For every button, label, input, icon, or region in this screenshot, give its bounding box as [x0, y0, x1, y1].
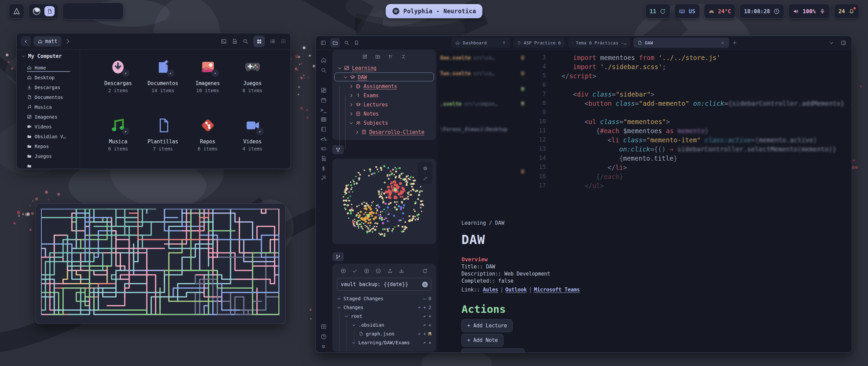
folder-musica[interactable]: Musica6 items [96, 117, 141, 175]
chevron-down-icon[interactable] [349, 120, 354, 126]
right-sidebar-toggle-icon[interactable] [841, 40, 846, 46]
file-search-ribbon-icon[interactable] [320, 155, 327, 162]
graph-panel-tab[interactable] [332, 145, 344, 154]
sidebar-item-videos[interactable]: Videos [27, 122, 70, 131]
folder-imagenes[interactable]: Imagenes10 items [185, 59, 230, 117]
calendar-ribbon-icon[interactable] [320, 97, 327, 103]
dollar-ribbon-icon[interactable]: $ [322, 165, 325, 171]
note-link-microsoft-teams[interactable]: Microsoft Teams [534, 287, 580, 293]
folder-videos[interactable]: Videos4 items [230, 117, 275, 175]
book-ribbon-icon[interactable] [320, 126, 327, 133]
stage-icon[interactable]: + [429, 322, 431, 328]
unstage-icon[interactable]: — [423, 296, 426, 301]
editor-pane[interactable]: One.sveltesrc\co…UTwo.sveltesrc\co…UM.sv… [438, 49, 852, 352]
plus-circle-icon[interactable] [364, 268, 370, 274]
close-tab-icon[interactable] [721, 41, 725, 45]
sidebar-item-repos[interactable]: Repos [27, 141, 70, 151]
codepct-ribbon-icon[interactable]: <% [320, 136, 327, 142]
note-link-outlook[interactable]: Outlook [505, 287, 527, 293]
list-icon[interactable] [411, 268, 416, 274]
sidebar-item-musica[interactable]: Musica [27, 102, 70, 112]
search-icon[interactable] [344, 40, 350, 46]
tree-item-daw[interactable]: DAW [332, 73, 436, 82]
sidebar-item-hidden[interactable] [27, 161, 70, 169]
folder-juegos[interactable]: Juegos8 items [230, 59, 275, 117]
discard-icon[interactable]: ↶ [418, 305, 421, 310]
firefox-icon[interactable] [32, 7, 41, 16]
tab-dashboard[interactable]: Dashboard [451, 38, 510, 48]
notifications-widget[interactable]: 24 [834, 4, 859, 19]
action-button--add-lecture[interactable]: + Add Lecture [461, 319, 513, 332]
stage-icon[interactable]: + [429, 340, 431, 345]
new-folder-icon[interactable] [375, 54, 380, 59]
sidebar-root[interactable]: My Computer [21, 53, 80, 59]
new-tab-button[interactable] [732, 40, 737, 45]
check-icon[interactable] [352, 268, 358, 274]
sidebar-item-descargas[interactable]: Descargas [27, 82, 70, 92]
folder-descargas[interactable]: Descargas2 items [96, 59, 141, 117]
git-panel-tab[interactable] [332, 252, 344, 261]
folder-documentos[interactable]: Documentos14 items [141, 59, 185, 117]
chevron-right-icon[interactable] [349, 102, 354, 107]
git-row--obsidian[interactable]: .obsidian↶+ [332, 321, 436, 329]
forward-button[interactable] [64, 38, 72, 45]
git-row-changes[interactable]: Changes↶+2 [332, 303, 436, 312]
tree-item-desarrollo-cliente[interactable]: Desarrollo-Cliente [332, 127, 436, 137]
sidebar-item-home[interactable]: Home [27, 63, 70, 73]
commit-up-icon[interactable] [340, 268, 346, 274]
list-view-icon[interactable] [270, 38, 276, 44]
sort-icon[interactable] [388, 54, 393, 59]
wand-icon[interactable] [422, 176, 428, 181]
commit-message-input[interactable] [337, 281, 422, 287]
term-ribbon-icon[interactable]: >_ [320, 107, 327, 113]
refresh2-icon[interactable] [422, 268, 428, 274]
git-fork-ribbon-icon[interactable] [320, 77, 327, 83]
updates-widget[interactable]: 11 [645, 4, 670, 19]
new-file-icon[interactable] [232, 38, 238, 44]
down-tray-icon[interactable] [399, 268, 405, 274]
git-row-staged-changes[interactable]: Staged Changes—0 [332, 294, 436, 303]
partial-action-button[interactable] [461, 348, 525, 352]
chevron-right-icon[interactable] [354, 129, 360, 135]
git-row-root[interactable]: root↶+ [332, 312, 436, 321]
chevron-down-icon[interactable] [336, 305, 341, 310]
back-button[interactable] [21, 36, 31, 46]
tab-tema-6-pr-cticas-[interactable]: Tema 6 Prácticas -… [568, 38, 630, 48]
action-button--add-note[interactable]: + Add Note [461, 334, 504, 347]
layout-ribbon-icon[interactable] [320, 87, 327, 94]
new-note-icon[interactable] [362, 54, 368, 59]
search-icon[interactable] [242, 38, 249, 44]
bookmark-icon[interactable] [354, 40, 359, 46]
home-ribbon-icon[interactable] [320, 57, 327, 63]
explorer-view-button[interactable] [330, 38, 340, 47]
help-icon[interactable] [320, 333, 327, 340]
stage-icon[interactable]: + [423, 331, 426, 337]
chevron-down-icon[interactable] [344, 314, 349, 319]
sidebar-item-documentos[interactable]: Documentos [27, 92, 70, 102]
tab-daw[interactable]: DAW [633, 38, 729, 48]
git-row-learning-daw-exams[interactable]: Learning/DAW/Exams↶+ [332, 338, 436, 347]
up-tray-icon[interactable] [387, 268, 393, 274]
note-link-aules[interactable]: Aules [483, 287, 498, 293]
clear-message-icon[interactable]: ✕ [422, 282, 428, 287]
discard-icon[interactable]: ↶ [423, 313, 426, 319]
tree-item-notes[interactable]: Notes [332, 109, 436, 118]
chevron-down-icon[interactable] [351, 323, 356, 328]
vault-icon[interactable] [320, 323, 327, 330]
discard-icon[interactable]: ↶ [423, 322, 426, 328]
chevron-down-icon[interactable] [829, 40, 834, 46]
volume-widget[interactable]: 100% [788, 4, 830, 19]
chevron-right-icon[interactable] [349, 111, 354, 117]
terminal-icon[interactable] [221, 38, 227, 44]
chevron-down-icon[interactable] [343, 75, 348, 80]
sidebar-item-desktop[interactable]: Desktop [27, 73, 70, 82]
tree-item-exams[interactable]: !Exams [332, 91, 436, 100]
grid-view-button[interactable] [253, 36, 265, 47]
sidebar-item-obsidian-v-[interactable]: Obsidian V… [27, 131, 70, 141]
chevron-down-icon[interactable] [336, 296, 341, 301]
chevron-down-icon[interactable] [337, 65, 342, 71]
stage-icon[interactable]: + [429, 313, 431, 319]
collapse-all-icon[interactable] [401, 54, 406, 59]
left-sidebar-toggle-icon[interactable] [320, 40, 326, 46]
gamepad-ribbon-icon[interactable] [320, 145, 327, 152]
